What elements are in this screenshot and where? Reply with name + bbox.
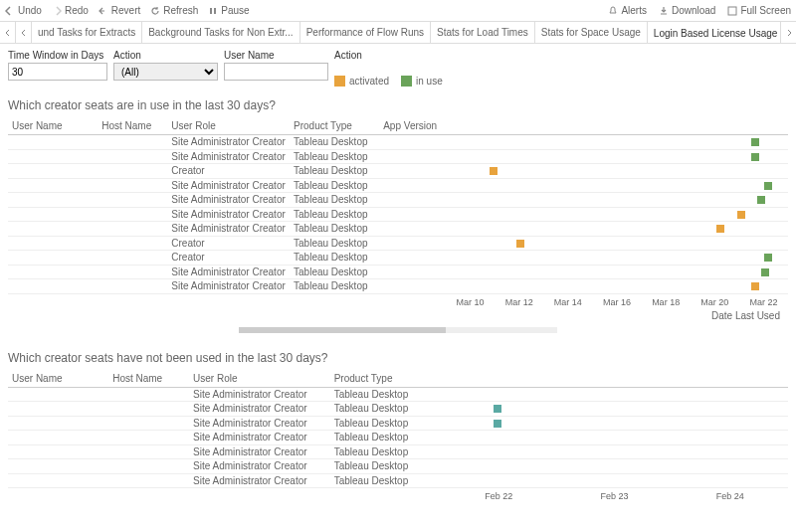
table-row[interactable]: Site Administrator CreatorTableau Deskto… [8,207,788,222]
revert-label: Revert [111,5,140,16]
col-header[interactable]: Product Type [330,373,446,388]
refresh-button[interactable]: Refresh [150,5,198,16]
action-label: Action [113,50,218,61]
activated-swatch [334,76,345,87]
tab-4[interactable]: Stats for Space Usage [535,22,648,43]
table-row[interactable]: CreatorTableau Desktop [8,164,788,179]
redo-button[interactable]: Redo [52,5,89,16]
table-row[interactable]: CreatorTableau Desktop [8,251,788,266]
svg-rect-0 [210,8,212,14]
refresh-label: Refresh [163,5,198,16]
axis-tick: Mar 16 [592,297,641,307]
tab-0[interactable]: und Tasks for Extracts [32,22,142,43]
col-header[interactable]: User Name [8,373,108,388]
table-row[interactable]: Site Administrator CreatorTableau Deskto… [8,444,788,459]
axis-tick: Feb 22 [441,491,556,501]
table-row[interactable]: Site Administrator CreatorTableau Deskto… [8,387,788,402]
revert-button[interactable]: Revert [99,5,140,16]
table-row[interactable]: Site Administrator CreatorTableau Deskto… [8,473,788,488]
tab-scroll-left-fast[interactable] [16,22,32,43]
tab-1[interactable]: Background Tasks for Non Extr... [142,22,299,43]
chevron-left-icon [4,29,12,37]
action-select[interactable]: (All) [113,63,218,81]
fullscreen-button[interactable]: Full Screen [727,5,791,16]
legend-item-activated: activated [334,76,389,87]
table-row[interactable]: Site Administrator CreatorTableau Deskto… [8,193,788,208]
redo-label: Redo [65,5,89,16]
table-row[interactable]: Site Administrator CreatorTableau Deskto… [8,265,788,279]
alerts-button[interactable]: Alerts [608,5,647,16]
legend-label: Action [334,50,443,61]
inuse-swatch [401,76,412,87]
table-row[interactable]: Site Administrator CreatorTableau Deskto… [8,149,788,164]
undo-button[interactable]: Undo [5,5,42,16]
col-header[interactable]: Host Name [98,120,167,135]
table-row[interactable]: Site Administrator CreatorTableau Deskto… [8,135,788,150]
section2-title: Which creator seats have not been used i… [0,345,796,373]
alerts-label: Alerts [621,5,647,16]
col-header[interactable]: Product Type [290,120,379,135]
table-row[interactable]: Site Administrator CreatorTableau Deskto… [8,279,788,294]
section1-scrollbar[interactable] [239,327,557,333]
axis-tick: Mar 18 [642,297,691,307]
tab-2[interactable]: Performance of Flow Runs [300,22,431,43]
col-header[interactable]: User Role [189,373,330,388]
table-row[interactable]: Site Administrator CreatorTableau Deskto… [8,178,788,193]
alerts-icon [608,6,618,16]
table-row[interactable]: Site Administrator CreatorTableau Deskto… [8,222,788,237]
chevron-left-icon [20,29,28,37]
axis-tick: Mar 22 [739,297,788,307]
user-name-input[interactable] [224,63,328,81]
user-name-label: User Name [224,50,328,61]
fullscreen-icon [727,6,737,16]
filter-action: Action (All) [113,50,218,81]
section2-table: User NameHost NameUser RoleProduct Type … [0,373,796,502]
view-tabs: und Tasks for ExtractsBackground Tasks f… [0,22,796,44]
redo-icon [52,6,62,16]
tab-5[interactable]: Login Based License Usage [648,22,780,43]
section1-title: Which creator seats are in use in the la… [0,92,796,120]
filter-bar: Time Window in Days Action (All) User Na… [0,44,796,92]
fullscreen-label: Full Screen [740,5,791,16]
pause-icon [208,6,218,16]
section1-table: User NameHost NameUser RoleProduct TypeA… [0,120,796,333]
tab-scroll-right[interactable] [780,22,796,43]
toolbar: Undo Redo Revert Refresh Pause Alerts Do… [0,0,796,22]
table-row[interactable]: Site Administrator CreatorTableau Deskto… [8,431,788,445]
axis-tick: Mar 14 [543,297,592,307]
col-header[interactable]: User Name [8,120,98,135]
table-row[interactable]: Site Administrator CreatorTableau Deskto… [8,416,788,431]
undo-icon [5,6,15,16]
svg-rect-2 [728,7,736,15]
time-window-input[interactable] [8,63,107,81]
download-label: Download [672,5,715,16]
svg-rect-1 [214,8,216,14]
table-row[interactable]: Site Administrator CreatorTableau Deskto… [8,459,788,474]
tab-scroll-left[interactable] [0,22,16,43]
refresh-icon [150,6,160,16]
col-header[interactable]: App Version [379,120,449,135]
axis-tick: Feb 24 [673,491,788,501]
tab-3[interactable]: Stats for Load Times [431,22,535,43]
table-row[interactable]: Site Administrator CreatorTableau Deskto… [8,402,788,417]
pause-button[interactable]: Pause [208,5,249,16]
axis-tick: Mar 12 [495,297,543,307]
axis-tick: Mar 10 [446,297,495,307]
download-button[interactable]: Download [659,5,715,16]
section1-axis-label: Date Last Used [446,307,788,321]
pause-label: Pause [221,5,249,16]
axis-tick: Mar 20 [691,297,739,307]
chevron-right-icon [785,29,793,37]
section1-axis: Mar 10Mar 12Mar 14Mar 16Mar 18Mar 20Mar … [446,294,788,307]
filter-user: User Name [224,50,328,81]
legend-inuse-label: in use [416,76,443,87]
table-row[interactable]: CreatorTableau Desktop [8,236,788,251]
axis-tick: Feb 23 [556,491,672,501]
legend-item-inuse: in use [401,76,443,87]
section2-axis: Feb 22Feb 23Feb 24 [441,488,788,501]
undo-label: Undo [18,5,42,16]
filter-time-window: Time Window in Days [8,50,107,81]
revert-icon [99,6,108,16]
col-header[interactable]: User Role [167,120,290,135]
col-header[interactable]: Host Name [108,373,189,388]
